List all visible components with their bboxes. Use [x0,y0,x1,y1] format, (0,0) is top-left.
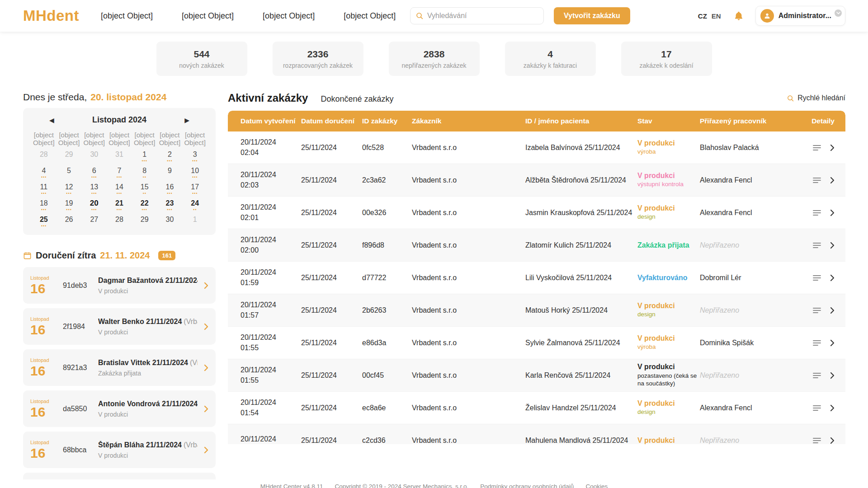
order-row[interactable]: 20/11/2024 01:54 25/11/2024 ec8a6e Vrbad… [228,392,845,424]
calendar-day-number: 11 [40,183,48,192]
delivery-card[interactable]: Listopad 16 91deb3 Dagmar Bažantová 21/1… [23,267,216,304]
calendar-prev-button[interactable]: ◀ [49,117,54,123]
order-notes-icon[interactable] [813,437,821,444]
logo[interactable]: MHdent [23,7,79,24]
user-name: Administrator... [778,12,831,20]
calendar-day[interactable]: 7 ••• [107,166,132,183]
order-row[interactable]: 20/11/2024 02:00 25/11/2024 f896d8 Vrbad… [228,229,845,262]
calendar-day[interactable]: 23 ••• [157,199,183,215]
calendar-day[interactable]: 31 [107,150,132,166]
calendar-day[interactable]: 27 [81,215,107,231]
calendar-day[interactable]: 20 ••• [81,199,107,215]
order-open-chevron-icon[interactable] [830,209,835,216]
delivery-card[interactable]: Listopad 16 2f1984 Walter Benko 21/11/20… [23,308,216,345]
order-row[interactable]: 20/11/2024 01:55 25/11/2024 00cf45 Vrbad… [228,359,845,392]
order-row[interactable]: 20/11/2024 01:57 25/11/2024 2b6263 Vrbad… [228,294,845,327]
calendar-day[interactable]: 18 ••• [31,199,57,215]
calendar-day[interactable]: 15 •• [132,183,157,199]
order-customer: Vrbadent s.r.o [412,306,525,314]
order-notes-icon[interactable] [813,275,821,281]
order-open-chevron-icon[interactable] [830,242,835,249]
footer-link-cookies[interactable]: Cookies [585,483,608,488]
delivery-card[interactable]: Listopad [23,473,216,479]
notifications-button[interactable] [734,11,744,21]
calendar-day[interactable]: 25 ••• [31,215,57,231]
calendar-day[interactable]: 22 ••• [132,199,157,215]
order-delivery-date: 25/11/2024 [301,306,362,314]
order-notes-icon[interactable] [813,210,821,216]
calendar-day[interactable]: 28 [107,215,132,231]
delivery-date: 21. 11. 2024 [100,250,150,261]
nav-item[interactable]: [object Object] [344,11,396,21]
tab-completed-orders[interactable]: Dokončené zakázky [321,94,393,104]
calendar-day[interactable]: 9 [157,166,183,183]
calendar-day[interactable]: 28 [31,150,57,166]
order-open-chevron-icon[interactable] [830,372,835,379]
order-row[interactable]: 20/11/2024 25/11/2024 c2cd36 Vrbadent s.… [228,424,845,444]
calendar-day[interactable]: 3 ••• [182,150,208,166]
order-row[interactable]: 20/11/2024 01:55 25/11/2024 e86d3a Vrbad… [228,327,845,359]
order-open-chevron-icon[interactable] [830,177,835,184]
order-notes-icon[interactable] [813,145,821,151]
order-notes-icon[interactable] [813,307,821,314]
order-open-chevron-icon[interactable] [830,437,835,444]
calendar-day[interactable]: 12 ••• [57,183,82,199]
create-order-button[interactable]: Vytvořit zakázku [554,7,630,24]
calendar-day[interactable]: 19 ••• [57,199,82,215]
calendar-day[interactable]: 1 ••• [132,150,157,166]
lang-cz[interactable]: CZ [698,12,707,20]
calendar-day[interactable]: 21 ••• [107,199,132,215]
calendar-day[interactable]: 14 ••• [107,183,132,199]
calendar-day[interactable]: 24 •• [182,199,208,215]
search-input[interactable] [427,12,538,20]
delivery-card[interactable]: Listopad 16 68bbca Štěpán Bláha 21/11/20… [23,432,216,468]
order-open-chevron-icon[interactable] [830,144,835,151]
calendar-next-button[interactable]: ▶ [184,117,189,123]
user-menu[interactable]: Administrator... [755,6,845,26]
quick-search[interactable]: Rychlé hledání [787,94,845,102]
order-row[interactable]: 20/11/2024 02:04 25/11/2024 0fc528 Vrbad… [228,131,845,164]
order-notes-icon[interactable] [813,372,821,379]
order-open-chevron-icon[interactable] [830,274,835,282]
calendar-day[interactable]: 29 [57,150,82,166]
stat-card[interactable]: 4 zakázky k fakturaci [505,42,596,76]
delivery-card[interactable]: Listopad 16 da5850 Antonie Vondrová 21/1… [23,390,216,427]
nav-item[interactable]: [object Object] [182,11,234,21]
calendar-day[interactable]: 26 [57,215,82,231]
order-row[interactable]: 20/11/2024 01:59 25/11/2024 d77722 Vrbad… [228,262,845,294]
calendar-day[interactable]: 11 ••• [31,183,57,199]
order-open-chevron-icon[interactable] [830,339,835,347]
order-notes-icon[interactable] [813,340,821,346]
order-row[interactable]: 20/11/2024 02:01 25/11/2024 00e326 Vrbad… [228,197,845,229]
calendar-day[interactable]: 8 •• [132,166,157,183]
order-row[interactable]: 20/11/2024 02:03 25/11/2024 2c3a62 Vrbad… [228,164,845,197]
delivery-card[interactable]: Listopad 16 8921a3 Bratislav Vittek 21/1… [23,349,216,386]
order-notes-icon[interactable] [813,242,821,249]
stat-card[interactable]: 544 nových zakázek [156,42,247,76]
calendar-day[interactable]: 13 ••• [81,183,107,199]
order-notes-icon[interactable] [813,405,821,411]
calendar-day[interactable]: 30 [81,150,107,166]
nav-item[interactable]: [object Object] [101,11,153,21]
calendar-day[interactable]: 1 [182,215,208,231]
stat-card[interactable]: 2336 rozpracovaných zakázek [273,42,363,76]
stat-card[interactable]: 17 zakázek k odeslání [621,42,712,76]
calendar-day[interactable]: 10 ••• [182,166,208,183]
order-notes-icon[interactable] [813,177,821,183]
tab-active-orders[interactable]: Aktivní zakázky [228,92,308,104]
calendar-day[interactable]: 30 [157,215,183,231]
lang-en[interactable]: EN [712,12,721,20]
calendar-day[interactable]: 29 [132,215,157,231]
nav-item[interactable]: [object Object] [263,11,315,21]
order-open-chevron-icon[interactable] [830,307,835,314]
calendar-day[interactable]: 17 ••• [182,183,208,199]
calendar-day[interactable]: 5 [57,166,82,183]
calendar-day[interactable]: 6 ••• [81,166,107,183]
stat-card[interactable]: 2838 nepřiřazených zakázek [389,42,480,76]
footer-link-privacy[interactable]: Podmínky ochrany osobních údajů [480,483,574,488]
orders-table: Datum vytvoření Datum doručení ID zakázk… [228,111,845,444]
calendar-day[interactable]: 2 ••• [157,150,183,166]
calendar-day[interactable]: 16 ••• [157,183,183,199]
calendar-day[interactable]: 4 ••• [31,166,57,183]
order-open-chevron-icon[interactable] [830,404,835,412]
